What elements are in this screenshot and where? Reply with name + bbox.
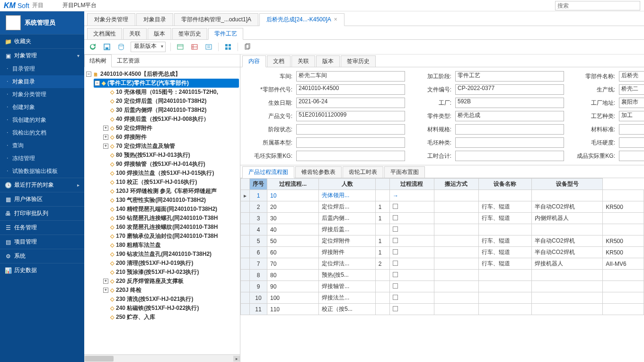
- tree-node[interactable]: ◇120J 环焊缝检测 参见《车桥环焊缝超声: [102, 187, 239, 196]
- process-grid[interactable]: 序号过程流程...人数过程流程搬运方式设备名称设备型号110壳体领用...→22…: [240, 178, 644, 362]
- nav-history[interactable]: 📊历史数据: [0, 263, 84, 277]
- grid-tab[interactable]: 平面布置图: [384, 166, 425, 178]
- form-field[interactable]: 桥壳二车间: [296, 71, 405, 81]
- form-field[interactable]: [619, 137, 644, 148]
- checkbox-icon[interactable]: [393, 215, 398, 220]
- detail-tab[interactable]: 文档: [267, 55, 291, 67]
- detail-tab[interactable]: 版本: [316, 55, 340, 67]
- form-field[interactable]: [296, 137, 405, 148]
- tree-node[interactable]: ◇200 清理(按51XF-HJ-019执行): [102, 259, 239, 268]
- form-field[interactable]: 桥壳总成: [455, 111, 564, 121]
- sub-tab[interactable]: 零件工艺: [208, 28, 243, 40]
- detail-tab[interactable]: 关联: [291, 55, 315, 67]
- column-header[interactable]: 设备名称: [478, 179, 531, 190]
- tree-node[interactable]: +◇60 焊接附件: [102, 133, 239, 142]
- tree-node[interactable]: ◇160 攻琵琶孔连接螺纹(同2401010-T38H: [102, 223, 239, 232]
- column-header[interactable]: 过程流程...: [267, 179, 319, 190]
- checkbox-icon[interactable]: [393, 283, 398, 289]
- tree-node[interactable]: ◇210 预涂漆(按51XF-HJ-023执行): [102, 268, 239, 277]
- sidebar-item[interactable]: 对象分类管理: [0, 88, 84, 101]
- table-row[interactable]: 11110校正（按5...: [241, 304, 644, 315]
- table-row[interactable]: 10100焊接法兰...: [241, 292, 644, 304]
- grid-tab[interactable]: 锥齿轮参数表: [295, 166, 342, 178]
- toggle-icon[interactable]: [103, 315, 108, 320]
- sub-tab[interactable]: 版本: [148, 28, 171, 39]
- form-field[interactable]: [619, 124, 644, 135]
- toggle-icon[interactable]: [103, 234, 108, 239]
- tree-node[interactable]: ◇170 磨轴承位及油封位(同2401010-T38H: [102, 232, 239, 241]
- toggle-icon[interactable]: +: [103, 126, 108, 131]
- grid-tab[interactable]: 产品过程流程图: [242, 166, 294, 178]
- toggle-icon[interactable]: [103, 180, 108, 185]
- tool-icon-2[interactable]: [190, 42, 199, 52]
- scroll-thumb[interactable]: [85, 356, 114, 362]
- sidebar-item[interactable]: 试验数据输出模板: [0, 165, 84, 178]
- form-field[interactable]: 襄阳市: [619, 98, 644, 108]
- tree-node[interactable]: ◇40 焊接后盖（按51XF-HJ-008执行）: [102, 115, 239, 124]
- main-tab[interactable]: 零部件结构管理_...oduct1]A: [174, 13, 258, 26]
- refresh-icon[interactable]: [88, 42, 97, 52]
- checkbox-icon[interactable]: [393, 204, 398, 209]
- toggle-icon[interactable]: −: [86, 72, 91, 77]
- toggle-icon[interactable]: [103, 297, 108, 302]
- tree-node[interactable]: ◇100 焊接法兰盘（按51XF-HJ-015执行): [102, 169, 239, 178]
- toggle-icon[interactable]: [103, 243, 108, 248]
- toggle-icon[interactable]: [103, 117, 108, 122]
- form-field[interactable]: CP-2022-0377: [455, 84, 564, 95]
- sidebar-item[interactable]: 目录管理: [0, 63, 84, 75]
- table-row[interactable]: 110壳体领用...→: [241, 190, 644, 201]
- scroll-right-icon[interactable]: ▸: [233, 356, 240, 362]
- sidebar-item[interactable]: 我检出的文档: [0, 127, 84, 139]
- toggle-icon[interactable]: [103, 225, 108, 230]
- toggle-icon[interactable]: +: [103, 135, 108, 140]
- table-row[interactable]: 220定位焊后...1行车、辊道半自动CO2焊机KR500: [241, 201, 644, 213]
- table-row[interactable]: 770定位焊法...2行车、辊道焊接机器人AII-MV6: [241, 258, 644, 270]
- form-field[interactable]: 桥壳二: [619, 84, 644, 95]
- nav-ux[interactable]: ▦用户体验区: [0, 192, 84, 206]
- toggle-icon[interactable]: [103, 198, 108, 203]
- toggle-icon[interactable]: +: [103, 279, 108, 284]
- close-icon[interactable]: ×: [334, 16, 337, 23]
- column-header[interactable]: [241, 179, 250, 190]
- sub-tab[interactable]: 签审历史: [172, 28, 207, 39]
- column-header[interactable]: 过程流程: [390, 179, 434, 190]
- tree-node[interactable]: ◇20 定位焊后盖（同2401010-T38H2): [102, 97, 239, 106]
- nav-project[interactable]: ▤项目管理: [0, 235, 84, 249]
- nav-favorites[interactable]: 📁 收藏夹: [0, 34, 84, 48]
- detail-tab[interactable]: 签审历史: [341, 55, 376, 67]
- copy-icon[interactable]: [243, 42, 252, 52]
- table-row[interactable]: 880预热(按5...: [241, 270, 644, 281]
- toggle-icon[interactable]: [103, 171, 108, 176]
- sidebar-item[interactable]: 查询: [0, 139, 84, 152]
- checkbox-icon[interactable]: [393, 238, 398, 243]
- toggle-icon[interactable]: [103, 207, 108, 212]
- main-tab[interactable]: 对象分类管理: [87, 13, 135, 26]
- tree-node[interactable]: ◇230 清洗(按51XF-HJ-021执行): [102, 295, 239, 304]
- sub-tab[interactable]: 关联: [123, 28, 147, 39]
- main-tab[interactable]: 后桥壳总成[24...-K4500]A×: [259, 13, 344, 26]
- toggle-icon[interactable]: [103, 153, 108, 158]
- checkbox-icon[interactable]: [393, 295, 398, 300]
- sidebar-item[interactable]: 我创建的对象: [0, 114, 84, 127]
- column-header[interactable]: [375, 179, 389, 190]
- toggle-icon[interactable]: [103, 90, 108, 95]
- form-field[interactable]: 2401010-K4500: [296, 84, 405, 95]
- tree-node[interactable]: −🗎2401010-K4500【后桥壳总成】: [85, 70, 239, 79]
- form-field[interactable]: 加工: [619, 111, 644, 121]
- tree-node[interactable]: ◇140 精镗琵琶孔端面(同2401010-T38H2): [102, 205, 239, 214]
- form-field[interactable]: [455, 137, 564, 148]
- nav-print[interactable]: 🖶打印审批队列: [0, 206, 84, 220]
- nav-object-mgmt[interactable]: ▣ 对象管理 ▾: [0, 48, 84, 63]
- leftpane-tab[interactable]: 工艺资源: [112, 54, 145, 67]
- tree-node[interactable]: ◇30 后盖内侧焊（同2401010-T38H2): [102, 106, 239, 115]
- tree-node[interactable]: ◇180 粗精车法兰盘: [102, 241, 239, 250]
- checkbox-icon[interactable]: [393, 249, 398, 254]
- toggle-icon[interactable]: +: [103, 144, 108, 149]
- tree-node[interactable]: ◇90 焊接轴管（按51XF-HJ-014执行): [102, 160, 239, 169]
- h-scrollbar[interactable]: ◂▸: [84, 354, 240, 362]
- toggle-icon[interactable]: [103, 261, 108, 266]
- toggle-icon[interactable]: [103, 252, 108, 257]
- table-row[interactable]: 660焊接附件1行车、辊道半自动CO2焊机KR500: [241, 247, 644, 258]
- form-field[interactable]: [296, 124, 405, 135]
- toggle-icon[interactable]: [103, 270, 108, 275]
